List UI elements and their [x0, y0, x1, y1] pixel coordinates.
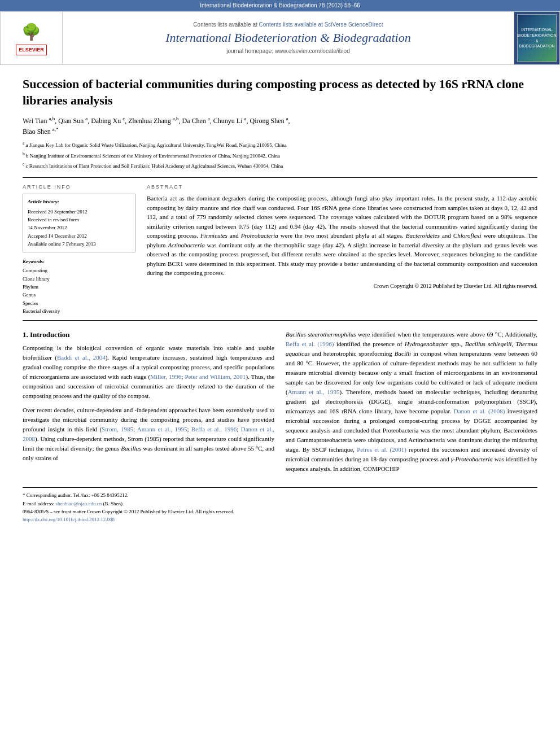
affiliation-a: a a Jiangsu Key Lab for Organic Solid Wa… — [23, 140, 537, 150]
ref-baddi-2004[interactable]: Baddi et al., 2004 — [57, 354, 106, 361]
journal-reference-bar: International Biodeterioration & Biodegr… — [0, 0, 560, 11]
abstract-text: Bacteria act as the dominant degraders d… — [147, 194, 537, 278]
journal-homepage: journal homepage: www.elsevier.com/locat… — [226, 47, 349, 55]
body-content: 1. Introduction Composting is the biolog… — [23, 330, 537, 479]
article-container: Succession of bacterial communities duri… — [0, 65, 560, 535]
article-info-label: ARTICLE INFO — [23, 184, 135, 191]
ref-beffa-1996-2[interactable]: Beffa et al. (1996) — [286, 340, 334, 347]
doi-link[interactable]: http://dx.doi.org/10.1016/j.ibiod.2012.1… — [23, 517, 115, 522]
affiliations: a a Jiangsu Key Lab for Organic Solid Wa… — [23, 140, 537, 171]
available-online: Available online 7 February 2013 — [28, 240, 130, 248]
body-two-col: 1. Introduction Composting is the biolog… — [23, 330, 537, 479]
article-history-box: Article history: Received 20 September 2… — [23, 194, 135, 252]
ref-miller-1996[interactable]: Miller, 1996 — [150, 373, 181, 380]
ref-strom-1985[interactable]: Strom, 1985 — [102, 426, 133, 433]
intro-paragraph-2: Over recent decades, culture-dependent a… — [23, 405, 274, 463]
keyword-clone-library: Clone library — [23, 275, 135, 283]
accepted-date: Accepted 14 December 2012 — [28, 232, 130, 240]
email-link[interactable]: shenbiao@njau.edu.cn — [55, 501, 102, 506]
journal-header-logo-area: 🌳 ELSEVIER — [1, 12, 63, 64]
authors-line: Wei Tian a,b, Qian Sun a, Dabing Xu c, Z… — [23, 115, 537, 137]
copyright-line: Crown Copyright © 2012 Published by Else… — [147, 282, 537, 290]
footnote-issn: 0964-8305/$ – see front matter Crown Cop… — [23, 508, 537, 516]
divider-1 — [23, 177, 537, 178]
journal-header: 🌳 ELSEVIER Contents lists available at C… — [0, 11, 560, 65]
keyword-composting: Composting — [23, 267, 135, 274]
sciverse-anchor[interactable]: Contents lists available at SciVerse Sci… — [259, 21, 383, 28]
affiliation-b: b b Nanjing Institute of Environmental S… — [23, 151, 537, 160]
keywords-title: Keywords: — [23, 258, 135, 265]
article-history-title: Article history: — [28, 198, 130, 206]
elsevier-wordmark: ELSEVIER — [16, 45, 47, 55]
body-right-column: Bacillus stearothermophilus were identif… — [286, 330, 537, 479]
journal-cover-image: INTERNATIONAL BIODETERIORATION & BIODEGR… — [517, 14, 557, 62]
article-info-column: ARTICLE INFO Article history: Received 2… — [23, 184, 135, 316]
journal-cover-area: INTERNATIONAL BIODETERIORATION & BIODEGR… — [514, 12, 559, 64]
intro-paragraph-1: Composting is the biological conversion … — [23, 343, 274, 401]
footnote-doi: http://dx.doi.org/10.1016/j.ibiod.2012.1… — [23, 516, 537, 523]
received-revised-date: 14 November 2012 — [28, 224, 130, 231]
tree-icon: 🌳 — [21, 21, 41, 43]
body-left-column: 1. Introduction Composting is the biolog… — [23, 330, 274, 479]
elsevier-logo-box: 🌳 ELSEVIER — [9, 21, 54, 55]
journal-header-center: Contents lists available at Contents lis… — [63, 12, 514, 64]
footnote-email: E-mail address: shenbiao@njau.edu.cn (B.… — [23, 500, 537, 508]
info-abstract-section: ARTICLE INFO Article history: Received 2… — [23, 184, 537, 316]
ref-amann-1995-2[interactable]: Amann et al., 1995 — [288, 388, 340, 395]
right-paragraph-1: Bacillus stearothermophilus were identif… — [286, 330, 537, 474]
sciverse-link: Contents lists available at Contents lis… — [193, 21, 383, 29]
journal-cover-text: INTERNATIONAL BIODETERIORATION & BIODEGR… — [517, 27, 556, 49]
introduction-heading: 1. Introduction — [23, 330, 274, 340]
ref-danon-2008-2[interactable]: Danon et al. (2008) — [454, 408, 505, 414]
keyword-bacterial-diversity: Bacterial diversity — [23, 307, 135, 315]
ref-petres-2001[interactable]: Petres et al. (2001) — [357, 446, 406, 453]
keyword-species: Species — [23, 299, 135, 307]
ref-amann-1995[interactable]: Amann et al., 1995 — [137, 426, 187, 433]
journal-reference-text: International Biodeterioration & Biodegr… — [200, 2, 360, 8]
footnote-section: * Corresponding author. Tel./fax: +86 25… — [23, 487, 537, 524]
keyword-genus: Genus — [23, 291, 135, 299]
footnote-corresponding: * Corresponding author. Tel./fax: +86 25… — [23, 491, 537, 499]
journal-title: International Biodeterioration & Biodegr… — [165, 30, 410, 45]
affiliation-c: c c Research Institutions of Plant Prote… — [23, 161, 537, 171]
abstract-label: ABSTRACT — [147, 184, 537, 191]
ref-peter-william-2001[interactable]: Peter and William, 2001 — [185, 373, 246, 380]
received-revised-label: Received in revised form — [28, 216, 130, 224]
abstract-column: ABSTRACT Bacteria act as the dominant de… — [147, 184, 537, 316]
article-title: Succession of bacterial communities duri… — [23, 76, 537, 108]
keyword-phylum: Phylum — [23, 283, 135, 291]
author-wei-tian: Wei Tian a,b, Qian Sun a, Dabing Xu c, Z… — [23, 117, 290, 136]
received-date: Received 20 September 2012 — [28, 208, 130, 216]
divider-2 — [23, 320, 537, 321]
ref-beffa-1996[interactable]: Beffa et al., 1996 — [191, 426, 237, 433]
keywords-section: Keywords: Composting Clone library Phylu… — [23, 258, 135, 316]
